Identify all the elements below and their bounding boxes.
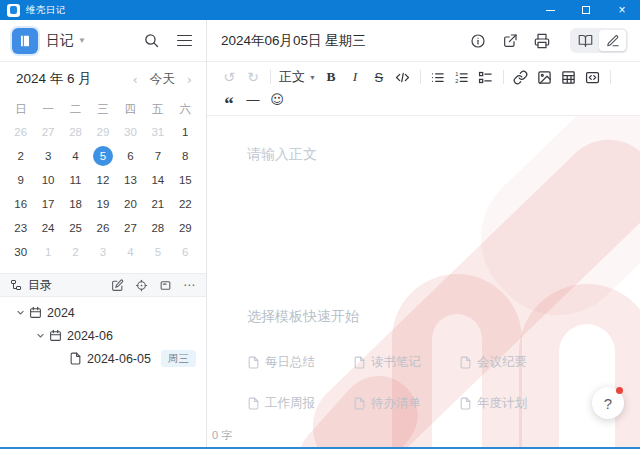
calendar-day[interactable]: 27 xyxy=(117,216,144,240)
editor-area[interactable]: 请输入正文 选择模板快速开始 每日总结读书笔记会议纪要工作周报待办清单年度计划 … xyxy=(207,116,640,447)
view-mode-toggle xyxy=(570,28,628,53)
table-button[interactable] xyxy=(557,67,581,88)
calendar-day[interactable]: 28 xyxy=(62,120,89,144)
calendar-icon xyxy=(29,306,42,319)
calendar-day[interactable]: 9 xyxy=(7,168,34,192)
editor-placeholder: 请输入正文 xyxy=(247,146,317,164)
calendar-day[interactable]: 10 xyxy=(34,168,61,192)
share-button[interactable] xyxy=(502,33,518,49)
edit-mode-button[interactable] xyxy=(599,30,626,51)
calendar-day[interactable]: 17 xyxy=(34,192,61,216)
info-icon xyxy=(470,33,486,49)
calendar-day[interactable]: 14 xyxy=(144,168,171,192)
redo-button[interactable]: ↻ xyxy=(241,67,265,88)
template-item-每日总结[interactable]: 每日总结 xyxy=(247,354,353,371)
template-item-工作周报[interactable]: 工作周报 xyxy=(247,395,353,412)
calendar-day[interactable]: 23 xyxy=(7,216,34,240)
document-icon xyxy=(247,356,260,369)
italic-button[interactable]: I xyxy=(343,67,367,88)
locate-button[interactable] xyxy=(135,279,148,292)
bullet-list-button[interactable] xyxy=(426,67,450,88)
help-button[interactable]: ? xyxy=(592,387,624,419)
emoji-button[interactable]: ☺ xyxy=(265,89,289,110)
calendar-day[interactable]: 1 xyxy=(172,120,199,144)
calendar-day[interactable]: 7 xyxy=(144,144,171,168)
calendar-day-selected[interactable]: 5 xyxy=(89,144,116,168)
calendar-day[interactable]: 12 xyxy=(89,168,116,192)
directory-title: 目录 xyxy=(28,277,52,294)
calendar-prev-button[interactable]: ‹ xyxy=(133,72,138,87)
bold-button[interactable]: B xyxy=(319,67,343,88)
menu-button[interactable] xyxy=(177,35,192,47)
read-mode-button[interactable] xyxy=(572,30,599,51)
notebook-dropdown[interactable]: 日记 ▼ xyxy=(46,32,86,50)
template-item-会议纪要[interactable]: 会议纪要 xyxy=(459,354,565,371)
calendar-day[interactable]: 3 xyxy=(89,240,116,264)
tree-item-2024-06[interactable]: 2024-06 xyxy=(0,324,206,347)
calendar-day[interactable]: 4 xyxy=(117,240,144,264)
new-entry-button[interactable] xyxy=(111,279,124,292)
directory-tree: 20242024-062024-06-05周三 xyxy=(0,297,206,370)
template-item-年度计划[interactable]: 年度计划 xyxy=(459,395,565,412)
calendar-day[interactable]: 2 xyxy=(62,240,89,264)
calendar-day[interactable]: 2 xyxy=(7,144,34,168)
calendar-day[interactable]: 15 xyxy=(172,168,199,192)
template-item-待办清单[interactable]: 待办清单 xyxy=(353,395,459,412)
calendar-day[interactable]: 26 xyxy=(89,216,116,240)
ordered-list-button[interactable]: 12 xyxy=(450,67,474,88)
search-button[interactable] xyxy=(143,32,160,49)
calendar-day[interactable]: 16 xyxy=(7,192,34,216)
maximize-button[interactable] xyxy=(568,0,604,20)
calendar-day[interactable]: 29 xyxy=(172,216,199,240)
close-button[interactable]: × xyxy=(604,0,640,20)
weekday-badge: 周三 xyxy=(161,350,196,367)
calendar-next-button[interactable]: › xyxy=(187,72,192,87)
calendar-day[interactable]: 30 xyxy=(117,120,144,144)
calendar-day[interactable]: 19 xyxy=(89,192,116,216)
calendar-day[interactable]: 5 xyxy=(144,240,171,264)
image-button[interactable] xyxy=(533,67,557,88)
chevron-down-icon[interactable] xyxy=(34,331,46,340)
calendar-day[interactable]: 6 xyxy=(117,144,144,168)
calendar-day[interactable]: 28 xyxy=(144,216,171,240)
link-button[interactable] xyxy=(509,67,533,88)
template-item-读书笔记[interactable]: 读书笔记 xyxy=(353,354,459,371)
horizontal-rule-button[interactable]: — xyxy=(241,89,265,110)
calendar-day[interactable]: 24 xyxy=(34,216,61,240)
calendar-day[interactable]: 31 xyxy=(144,120,171,144)
collapse-all-button[interactable] xyxy=(159,279,172,292)
weekday-label: 六 xyxy=(172,98,199,120)
calendar-day[interactable]: 11 xyxy=(62,168,89,192)
calendar-day[interactable]: 22 xyxy=(172,192,199,216)
chevron-down-icon[interactable] xyxy=(14,308,26,317)
calendar-day[interactable]: 27 xyxy=(34,120,61,144)
calendar-day[interactable]: 6 xyxy=(172,240,199,264)
minimize-button[interactable] xyxy=(532,0,568,20)
code-block-button[interactable] xyxy=(581,67,605,88)
calendar-day[interactable]: 21 xyxy=(144,192,171,216)
inline-code-button[interactable] xyxy=(391,67,415,88)
print-button[interactable] xyxy=(534,33,550,49)
undo-button[interactable]: ↺ xyxy=(217,67,241,88)
calendar-day[interactable]: 8 xyxy=(172,144,199,168)
task-list-button[interactable] xyxy=(474,67,498,88)
calendar-day[interactable]: 4 xyxy=(62,144,89,168)
strikethrough-button[interactable]: S xyxy=(367,67,391,88)
info-button[interactable] xyxy=(470,33,486,49)
calendar-day[interactable]: 30 xyxy=(7,240,34,264)
calendar-day[interactable]: 29 xyxy=(89,120,116,144)
calendar-day[interactable]: 1 xyxy=(34,240,61,264)
calendar-day[interactable]: 26 xyxy=(7,120,34,144)
calendar-day[interactable]: 18 xyxy=(62,192,89,216)
calendar-day[interactable]: 20 xyxy=(117,192,144,216)
blockquote-button[interactable]: “ xyxy=(217,89,241,110)
paragraph-style-dropdown[interactable]: 正文 ▼ xyxy=(276,67,319,88)
template-grid: 每日总结读书笔记会议纪要工作周报待办清单年度计划 xyxy=(247,354,565,412)
calendar-day[interactable]: 13 xyxy=(117,168,144,192)
weekday-label: 日 xyxy=(7,98,34,120)
tree-item-2024[interactable]: 2024 xyxy=(0,301,206,324)
calendar-day[interactable]: 25 xyxy=(62,216,89,240)
calendar-today-button[interactable]: 今天 xyxy=(150,71,175,88)
tree-item-2024-06-05[interactable]: 2024-06-05周三 xyxy=(0,347,206,370)
calendar-day[interactable]: 3 xyxy=(34,144,61,168)
